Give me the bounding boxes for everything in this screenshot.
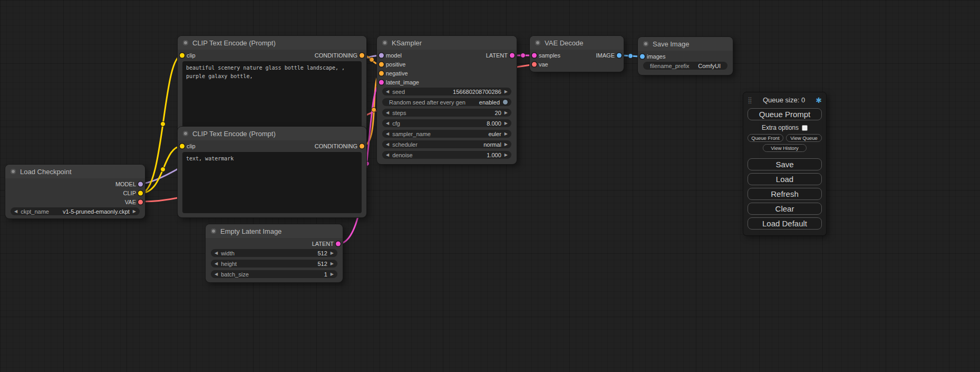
increment-arrow-icon[interactable]: ▶ [504,153,508,157]
decrement-arrow-icon[interactable]: ◀ [386,153,389,157]
node-header[interactable]: CLIP Text Encode (Prompt) [178,36,366,50]
decrement-arrow-icon[interactable]: ◀ [215,262,218,266]
refresh-button[interactable]: Refresh [748,188,822,200]
widget-batch-size[interactable]: ◀ batch_size 1 ▶ [211,270,337,278]
input-slot-vae[interactable] [532,62,537,66]
node-title: Save Image [653,40,689,48]
output-slot-model[interactable] [138,182,143,186]
collapse-dot[interactable] [11,169,16,174]
load-default-button[interactable]: Load Default [748,217,822,230]
input-slot-samples[interactable] [532,53,537,58]
decrement-arrow-icon[interactable]: ◀ [386,90,389,94]
increment-arrow-icon[interactable]: ▶ [133,209,136,214]
queue-prompt-button[interactable]: Queue Prompt [748,108,822,120]
decrement-arrow-icon[interactable]: ◀ [14,209,17,214]
input-slot-negative[interactable] [379,71,384,75]
widget-denoise[interactable]: ◀ denoise 1.000 ▶ [382,151,511,159]
increment-arrow-icon[interactable]: ▶ [331,262,334,266]
node-clip-text-encode-positive[interactable]: CLIP Text Encode (Prompt) clip CONDITION… [178,36,366,136]
settings-gear-icon[interactable]: ✱ [816,97,822,104]
decrement-arrow-icon[interactable]: ◀ [386,121,389,126]
increment-arrow-icon[interactable]: ▶ [504,132,508,136]
output-slot-clip[interactable] [138,190,143,195]
widget-steps[interactable]: ◀ steps 20 ▶ [382,109,511,117]
output-slot-conditioning[interactable] [360,53,364,58]
collapse-dot[interactable] [183,131,188,136]
input-slot-label: negative [386,70,408,77]
widget-width[interactable]: ◀ width 512 ▶ [211,249,337,257]
output-slot-label: VAE [125,199,136,205]
prompt-textarea[interactable]: beautiful scenery nature glass bottle la… [182,61,362,132]
prompt-textarea[interactable]: text, watermark [182,152,362,213]
widget-filename-prefix[interactable]: filename_prefix ComfyUI [643,62,727,70]
save-button[interactable]: Save [748,158,822,170]
node-header[interactable]: Save Image [638,37,733,51]
node-load-checkpoint[interactable]: Load Checkpoint MODEL CLIP VAE ◀ ckpt_na… [5,165,145,218]
drag-handle-icon[interactable]: ⣿ [748,97,752,104]
view-queue-button[interactable]: View Queue [786,134,822,142]
widget-value: 1 [324,271,327,278]
queue-menu-panel[interactable]: ⣿ Queue size: 0 ✱ Queue Prompt Extra opt… [743,92,826,235]
input-slot-images[interactable] [640,54,645,59]
node-vae-decode[interactable]: VAE Decode samples IMAGE vae [530,36,624,72]
collapse-dot[interactable] [643,41,648,46]
input-slot-latent-image[interactable] [379,80,384,84]
node-ksampler[interactable]: KSampler model LATENT positive negative … [377,36,517,164]
widget-scheduler[interactable]: ◀ scheduler normal ▶ [382,140,511,148]
collapse-dot[interactable] [211,228,216,234]
load-button[interactable]: Load [748,173,822,185]
output-slot-latent[interactable] [336,241,341,246]
node-title: KSampler [392,39,422,47]
node-graph-canvas[interactable]: CLIP Text Encode (Prompt) clip CONDITION… [0,0,980,372]
queue-size-label: Queue size: 0 [752,96,816,104]
node-header[interactable]: Empty Latent Image [206,224,343,238]
widget-cfg[interactable]: ◀ cfg 8.000 ▶ [382,119,511,127]
node-empty-latent-image[interactable]: Empty Latent Image LATENT ◀ width 512 ▶ … [206,224,343,282]
widget-ckpt-name[interactable]: ◀ ckpt_name v1-5-pruned-emaonly.ckpt ▶ [11,207,140,215]
widget-name: ckpt_name [21,208,49,215]
output-slot-latent[interactable] [510,53,515,58]
output-slot-conditioning[interactable] [360,144,364,148]
node-header[interactable]: KSampler [377,36,517,50]
decrement-arrow-icon[interactable]: ◀ [386,142,389,147]
decrement-arrow-icon[interactable]: ◀ [386,111,389,115]
input-slot-model[interactable] [379,53,384,58]
increment-arrow-icon[interactable]: ▶ [504,121,508,126]
widget-name: denoise [392,152,413,158]
view-history-button[interactable]: View History [763,144,807,152]
extra-options-checkbox[interactable] [802,125,808,131]
input-slot-clip[interactable] [180,53,185,58]
increment-arrow-icon[interactable]: ▶ [331,251,334,255]
collapse-dot[interactable] [535,40,540,45]
widget-height[interactable]: ◀ height 512 ▶ [211,260,337,268]
input-slot-positive[interactable] [379,62,384,66]
widget-value: v1-5-pruned-emaonly.ckpt [63,208,130,215]
increment-arrow-icon[interactable]: ▶ [504,111,508,115]
widget-name: height [221,261,237,267]
output-slot-image[interactable] [617,53,622,58]
increment-arrow-icon[interactable]: ▶ [504,90,508,94]
input-slot-clip[interactable] [180,144,185,148]
decrement-arrow-icon[interactable]: ◀ [386,132,389,136]
clear-button[interactable]: Clear [748,203,822,215]
toggle-indicator[interactable] [503,100,508,104]
decrement-arrow-icon[interactable]: ◀ [215,251,218,255]
node-header[interactable]: VAE Decode [530,36,624,50]
increment-arrow-icon[interactable]: ▶ [331,272,334,276]
decrement-arrow-icon[interactable]: ◀ [215,272,218,276]
node-header[interactable]: Load Checkpoint [5,165,145,178]
collapse-dot[interactable] [183,40,188,45]
node-clip-text-encode-negative[interactable]: CLIP Text Encode (Prompt) clip CONDITION… [178,127,366,217]
wire-midpoint-dot [521,53,526,58]
wire-midpoint-dot [161,122,166,127]
node-save-image[interactable]: Save Image images filename_prefix ComfyU… [638,37,733,75]
widget-random-seed-toggle[interactable]: Random seed after every gen enabled [382,98,511,106]
node-header[interactable]: CLIP Text Encode (Prompt) [178,127,366,140]
collapse-dot[interactable] [382,40,387,45]
widget-seed[interactable]: ◀ seed 156680208700286 ▶ [382,88,511,96]
widget-sampler-name[interactable]: ◀ sampler_name euler ▶ [382,130,511,138]
increment-arrow-icon[interactable]: ▶ [504,142,508,147]
queue-front-button[interactable]: Queue Front [748,134,783,142]
output-slot-vae[interactable] [138,199,143,204]
input-slot-label: clip [187,52,196,59]
